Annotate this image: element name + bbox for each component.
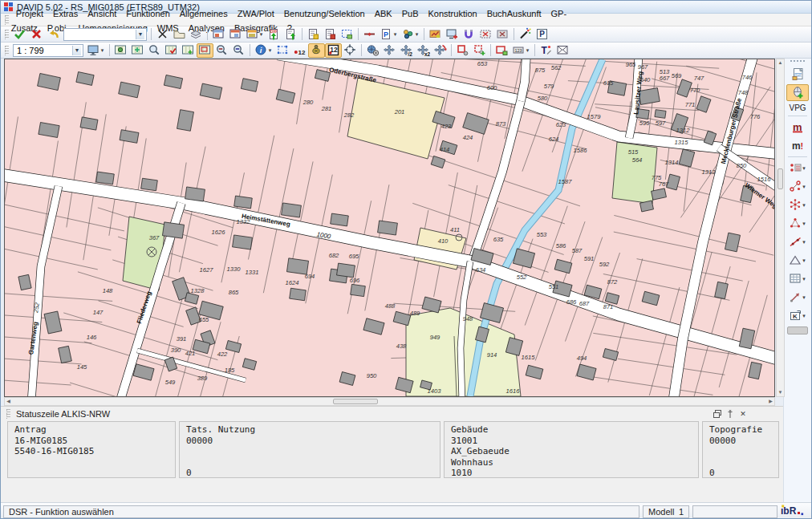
label-box-button[interactable]: 123▾ xyxy=(510,43,532,58)
envelope-frame-button[interactable] xyxy=(554,43,571,58)
plot-page-dropdown-arrow[interactable]: ▾ xyxy=(392,31,398,38)
monitor-add-button[interactable] xyxy=(444,27,461,42)
map-canvas[interactable]: 6538755629659675136406675697477467486156… xyxy=(4,59,775,397)
delete-button[interactable] xyxy=(154,27,171,42)
measure-m-icon[interactable]: m xyxy=(786,119,809,136)
vpg-file-icon[interactable]: VPG xyxy=(786,66,809,83)
square-add-button[interactable] xyxy=(471,43,488,58)
select-rectangle-button[interactable] xyxy=(339,27,355,42)
layers-button[interactable] xyxy=(188,27,205,42)
plot-frame-button[interactable] xyxy=(427,27,444,42)
polygon-select-button[interactable] xyxy=(274,43,291,58)
info-button[interactable]: i▾ xyxy=(253,43,274,58)
point-objects-dropdown-arrow[interactable]: ▾ xyxy=(414,31,420,38)
confirm-button[interactable] xyxy=(11,27,28,42)
map-overview-button[interactable] xyxy=(112,43,129,58)
point-numbering-icon-dropdown-arrow[interactable]: ▾ xyxy=(802,165,807,172)
line-points-icon[interactable]: ▾ xyxy=(786,233,809,250)
zoom-out-fixed-button[interactable] xyxy=(230,43,247,58)
pan-half-button[interactable]: /2 xyxy=(398,43,415,58)
map-pan-button[interactable] xyxy=(197,43,213,58)
open-project-button[interactable] xyxy=(171,27,188,42)
status-panel-grip[interactable] xyxy=(6,409,10,419)
menu-item-extras[interactable]: Extras xyxy=(48,8,83,19)
zoom-window-button[interactable] xyxy=(146,43,163,58)
symbol-bee-button[interactable] xyxy=(308,43,325,58)
panel-float-icon[interactable] xyxy=(713,409,722,419)
square-point-button[interactable] xyxy=(454,43,471,58)
number-12-frame-button[interactable]: 12 xyxy=(325,43,342,58)
menu-item-pub[interactable]: PuB xyxy=(397,8,424,19)
label-box-dropdown-arrow[interactable]: ▾ xyxy=(525,47,530,54)
table-grid-icon-dropdown-arrow[interactable]: ▾ xyxy=(802,276,807,282)
measure-line-button[interactable] xyxy=(361,27,378,42)
settings-globe-button[interactable] xyxy=(364,43,381,58)
magic-wand-button[interactable] xyxy=(517,27,534,42)
panel-close-icon[interactable]: ✕ xyxy=(738,409,748,419)
menu-item-abk[interactable]: ABK xyxy=(370,8,397,19)
menu-item-benutzung-selektion[interactable]: Benutzung/Selektion xyxy=(279,8,370,19)
report-blue-button[interactable] xyxy=(210,27,227,42)
pan-rotate-button[interactable] xyxy=(432,43,449,58)
text-tool-button[interactable]: T xyxy=(538,43,554,58)
scale-combobox[interactable]: 1 : 799▼ xyxy=(13,44,83,57)
point-star-icon[interactable]: ▾ xyxy=(786,197,809,213)
report-orange-dropdown-arrow[interactable]: ▾ xyxy=(258,31,264,38)
command-combobox[interactable]: ▼ xyxy=(63,28,147,41)
scroll-left-arrow[interactable]: ◀ xyxy=(5,398,12,405)
arrow-vector-icon-dropdown-arrow[interactable]: ▾ xyxy=(802,294,807,301)
zoom-out-button[interactable] xyxy=(213,43,230,58)
point-link-icon-dropdown-arrow[interactable]: ▾ xyxy=(802,184,807,190)
line-points-icon-dropdown-arrow[interactable]: ▾ xyxy=(802,239,807,245)
triangle-outline-icon-dropdown-arrow[interactable]: ▾ xyxy=(802,257,807,264)
page-red-button[interactable] xyxy=(322,27,339,42)
crosshair-button[interactable] xyxy=(342,43,359,58)
menu-item-ansicht[interactable]: Ansicht xyxy=(83,8,121,19)
point-objects-button[interactable]: ▾ xyxy=(400,27,421,42)
map-vertical-scrollbar[interactable]: ▲ ▼ xyxy=(776,59,785,397)
plot-page-button[interactable]: P▾ xyxy=(378,27,400,42)
menu-item-konstruktion[interactable]: Konstruktion xyxy=(423,8,481,19)
hscroll-thumb[interactable] xyxy=(333,399,378,404)
menu-item-funktionen[interactable]: Funktionen xyxy=(121,8,174,19)
point-numbering-icon[interactable]: ▾ xyxy=(786,160,809,176)
k-box-icon-dropdown-arrow[interactable]: ▾ xyxy=(802,313,807,319)
point-triangle-icon-dropdown-arrow[interactable]: ▾ xyxy=(802,221,807,227)
vscroll-thumb[interactable] xyxy=(777,168,783,189)
point-link-icon[interactable]: ▾ xyxy=(786,178,809,195)
menu-item-projekt[interactable]: Projekt xyxy=(11,8,48,19)
report-orange-button[interactable]: ▾ xyxy=(244,27,266,42)
pan-double-button[interactable]: x2 xyxy=(415,43,432,58)
point-triangle-icon[interactable]: ▾ xyxy=(786,215,809,232)
rect-corner-button[interactable] xyxy=(493,43,510,58)
screen-view-button[interactable]: ▾ xyxy=(85,43,107,58)
panel-pin-icon[interactable] xyxy=(725,409,735,419)
arrow-vector-icon[interactable]: ▾ xyxy=(786,289,809,306)
page-yellow-button[interactable] xyxy=(305,27,322,42)
map-previous-button[interactable] xyxy=(129,43,146,58)
scroll-right-arrow[interactable]: ▶ xyxy=(767,398,774,405)
triangle-outline-icon[interactable]: ▾ xyxy=(786,252,809,269)
measure-m-alert-icon[interactable]: m! xyxy=(786,137,809,154)
scale-combobox-dropdown-arrow[interactable]: ▼ xyxy=(72,46,81,55)
frame-delete-button[interactable] xyxy=(477,27,494,42)
magnet-snap-button[interactable] xyxy=(461,27,477,42)
dxf-import-button[interactable]: DXF xyxy=(266,27,282,42)
map-horizontal-scrollbar[interactable]: ◀ ▶ xyxy=(4,397,775,406)
dxf-export-button[interactable] xyxy=(282,27,299,42)
pan-move-button[interactable] xyxy=(381,43,398,58)
p-box-button[interactable]: P xyxy=(534,27,550,42)
frame-delete-2-button[interactable] xyxy=(494,27,511,42)
mouse-capture-icon[interactable] xyxy=(786,84,809,101)
table-grid-icon[interactable]: ▾ xyxy=(786,270,809,287)
report-red-button[interactable] xyxy=(227,27,244,42)
menu-item-buchauskunft[interactable]: BuchAuskunft xyxy=(482,8,546,19)
k-box-icon[interactable]: K▾ xyxy=(786,307,809,324)
info-dropdown-arrow[interactable]: ▾ xyxy=(267,47,273,54)
abort-button[interactable] xyxy=(28,27,45,42)
command-combobox-dropdown-arrow[interactable]: ▼ xyxy=(136,30,144,39)
undo-button[interactable] xyxy=(45,27,62,42)
point-star-icon-dropdown-arrow[interactable]: ▾ xyxy=(802,202,807,209)
decimal-12-button[interactable]: 12 xyxy=(291,43,308,58)
menu-item-zwa-plot[interactable]: ZWA/Plot xyxy=(233,8,279,19)
